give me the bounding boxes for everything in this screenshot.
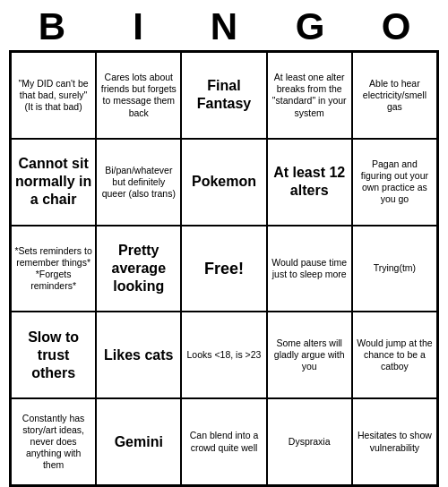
cell-16: Likes cats [96, 312, 181, 398]
cell-1: Cares lots about friends but forgets to … [96, 52, 181, 139]
cell-5: Cannot sit normally in a chair [11, 139, 96, 226]
cell-20: Constantly has story/art ideas, never do… [11, 398, 96, 485]
cell-19: Would jump at the chance to be a catboy [352, 312, 437, 398]
title-n: N [185, 5, 263, 48]
cell-6: Bi/pan/whatever but definitely queer (al… [96, 139, 181, 226]
cell-12: Free! [181, 226, 266, 312]
cell-23: Dyspraxia [267, 398, 352, 485]
title-i: I [99, 5, 177, 48]
title-o: O [357, 5, 435, 48]
cell-13: Would pause time just to sleep more [267, 226, 352, 312]
cell-0: "My DID can't be that bad, surely" (It i… [11, 52, 96, 139]
cell-11: Pretty average looking [96, 226, 181, 312]
cell-8: At least 12 alters [267, 139, 352, 226]
title-g: G [271, 5, 349, 48]
cell-24: Hesitates to show vulnerability [352, 398, 437, 485]
title-b: B [13, 5, 91, 48]
cell-4: Able to hear electricity/smell gas [352, 52, 437, 139]
cell-9: Pagan and figuring out your own practice… [352, 139, 437, 226]
cell-22: Can blend into a crowd quite well [181, 398, 266, 485]
bingo-grid: "My DID can't be that bad, surely" (It i… [9, 50, 439, 487]
cell-3: At least one alter breaks from the "stan… [267, 52, 352, 139]
cell-15: Slow to trust others [11, 312, 96, 398]
cell-21: Gemini [96, 398, 181, 485]
cell-7: Pokemon [181, 139, 266, 226]
cell-18: Some alters will gladly argue with you [267, 312, 352, 398]
cell-10: *Sets reminders to remember things* *For… [11, 226, 96, 312]
cell-2: Final Fantasy [181, 52, 266, 139]
cell-17: Looks <18, is >23 [181, 312, 266, 398]
cell-14: Trying(tm) [352, 226, 437, 312]
bingo-header: B I N G O [9, 0, 439, 50]
